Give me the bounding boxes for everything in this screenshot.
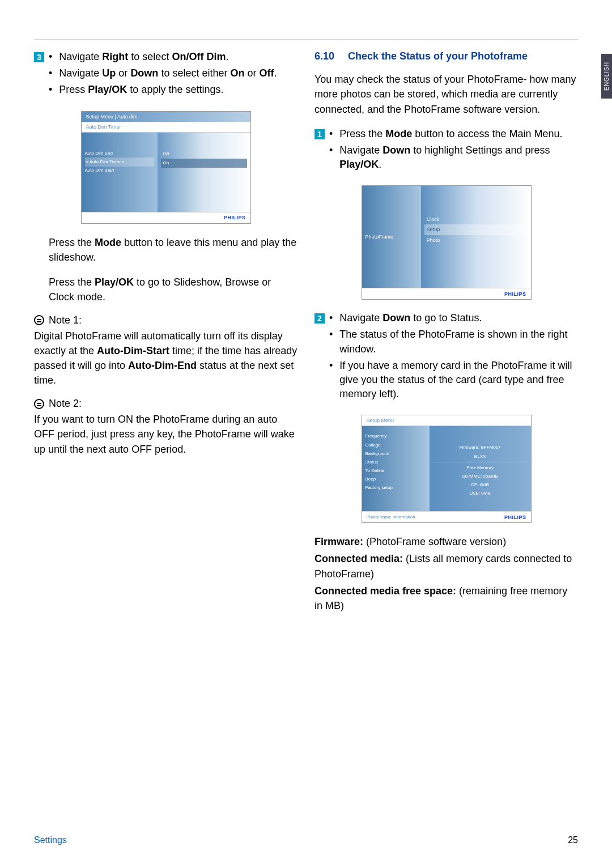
note-2-body: If you want to turn ON the PhotoFrame du…	[34, 412, 298, 456]
after-ss1-p1: Press the Mode button to leave this menu…	[34, 235, 298, 265]
footer-section: Settings	[34, 835, 67, 845]
section-heading: 6.10 Check the Status of your Photoframe	[314, 50, 578, 63]
defs-3: Connected media free space: (remaining f…	[314, 584, 578, 613]
ss1-header: Setup Menu | Auto dim	[82, 112, 250, 122]
ss2-left: PhotoFrame	[362, 186, 421, 288]
ss1-left-pane: Auto Dim End « Auto Dim Timer » Auto Dim…	[82, 133, 158, 212]
note-1-header: Note 1:	[34, 314, 298, 326]
language-tab: ENGLISH	[601, 54, 612, 99]
note-icon	[34, 399, 44, 409]
philips-logo: PHILIPS	[504, 291, 526, 297]
top-rule	[34, 40, 578, 40]
ss1-right-pane: Off On	[158, 133, 250, 212]
section-intro: You may check the status of your PhotoFr…	[314, 72, 578, 116]
step2-line: Navigate Down to go to Status.	[329, 311, 578, 325]
ss2-mid: Clock Setup Photo	[421, 186, 531, 288]
step1-line: Navigate Down to highlight Settings and …	[329, 143, 578, 172]
note-1-body: Digital PhotoFrame will automatically tu…	[34, 329, 298, 388]
after-ss1-p2: Press the Play/OK to go to Slideshow, Br…	[34, 275, 298, 304]
note-2-header: Note 2:	[34, 398, 298, 410]
step-3: 3 Navigate Right to select On/Off Dim. N…	[34, 50, 298, 100]
page-footer: Settings 25	[34, 835, 578, 845]
step3-line: Navigate Right to select On/Off Dim.	[49, 50, 298, 64]
screenshot-auto-dim: Setup Menu | Auto dim Auto Dim Timer Aut…	[81, 111, 251, 224]
step3-line: Press Play/OK to apply the settings.	[49, 83, 298, 97]
defs-1: Firmware: (PhotoFrame software version)	[314, 534, 578, 549]
step-1-badge: 1	[314, 129, 325, 139]
screenshot-main-menu: PhotoFrame Clock Setup Photo PHILIPS	[362, 185, 532, 300]
step3-line: Navigate Up or Down to select either On …	[49, 66, 298, 80]
philips-logo: PHILIPS	[504, 514, 526, 520]
ss3-right: Firmware: BFFM007 BLXX Free Memory SD/MM…	[430, 426, 531, 511]
note-icon	[34, 315, 44, 325]
step2-line: If you have a memory card in the PhotoFr…	[329, 359, 578, 402]
philips-logo: PHILIPS	[224, 215, 246, 220]
step-3-badge: 3	[34, 52, 44, 62]
left-column: 3 Navigate Right to select On/Off Dim. N…	[34, 50, 298, 613]
ss1-sub: Auto Dim Timer	[82, 122, 250, 133]
ss3-header: Setup Menu	[362, 415, 531, 426]
step-1: 1 Press the Mode button to access the Ma…	[314, 127, 578, 175]
page-number: 25	[568, 835, 578, 845]
ss3-left: Frequency Collage Background Status To D…	[362, 426, 430, 511]
screenshot-status: Setup Menu Frequency Collage Background …	[362, 415, 532, 523]
step1-line: Press the Mode button to access the Main…	[329, 127, 578, 141]
right-column: 6.10 Check the Status of your Photoframe…	[314, 50, 578, 613]
defs-2: Connected media: (Lists all memory cards…	[314, 551, 578, 581]
step-2-badge: 2	[314, 313, 325, 324]
step-2: 2 Navigate Down to go to Status. The sta…	[314, 311, 578, 403]
step2-line: The status of the PhotoFrame is shown in…	[329, 327, 578, 356]
ss3-footer-text: PhotoFrame Information.	[367, 514, 416, 520]
